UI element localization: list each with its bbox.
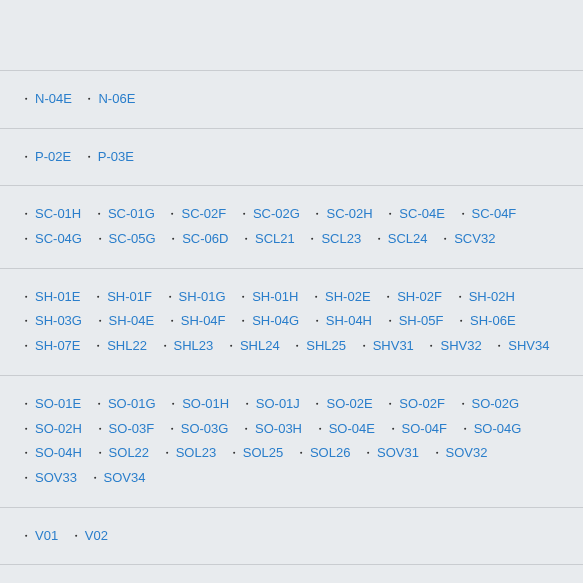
list-item: ・SCV32 <box>439 231 495 246</box>
model-link[interactable]: SO-04G <box>474 421 522 436</box>
list-item: ・SH-04E <box>94 313 155 328</box>
model-link[interactable]: SO-03F <box>109 421 155 436</box>
model-link[interactable]: SC-06D <box>182 231 228 246</box>
model-link[interactable]: SCV32 <box>454 231 495 246</box>
list-item: ・SC-01H <box>20 206 81 221</box>
model-link[interactable]: SO-03H <box>255 421 302 436</box>
model-link[interactable]: SH-01F <box>107 289 152 304</box>
model-link[interactable]: SO-01H <box>182 396 229 411</box>
bullet-icon: ・ <box>384 207 396 221</box>
model-group: ・V01 ・V02 <box>0 507 583 565</box>
bullet-icon: ・ <box>237 290 249 304</box>
model-link[interactable]: SO-04F <box>402 421 448 436</box>
model-link[interactable]: SOL25 <box>243 445 283 460</box>
bullet-icon: ・ <box>311 397 323 411</box>
model-link[interactable]: P-02E <box>35 149 71 164</box>
bullet-icon: ・ <box>240 232 252 246</box>
list-item: ・N-06E <box>83 91 135 106</box>
list-item: ・SH-02H <box>454 289 515 304</box>
list-item: ・SC-05G <box>94 231 156 246</box>
model-link[interactable]: SHL24 <box>240 338 280 353</box>
bullet-icon: ・ <box>20 207 32 221</box>
list-item: ・SC-06D <box>167 231 228 246</box>
model-link[interactable]: SH-02H <box>469 289 515 304</box>
bullet-icon: ・ <box>83 150 95 164</box>
list-item: ・P-03E <box>83 149 134 164</box>
model-group: ・SH-01E ・SH-01F ・SH-01G ・SH-01H ・SH-02E … <box>0 268 583 375</box>
model-link[interactable]: SO-04H <box>35 445 82 460</box>
model-link[interactable]: SO-01J <box>256 396 300 411</box>
model-link[interactable]: SC-02F <box>181 206 226 221</box>
model-link[interactable]: SC-02G <box>253 206 300 221</box>
model-link[interactable]: SC-04G <box>35 231 82 246</box>
bullet-icon: ・ <box>164 290 176 304</box>
model-link[interactable]: SCL23 <box>321 231 361 246</box>
model-link[interactable]: SH-02E <box>325 289 371 304</box>
model-link[interactable]: SOL23 <box>176 445 216 460</box>
model-link[interactable]: SOL22 <box>109 445 149 460</box>
model-link[interactable]: SO-04E <box>329 421 375 436</box>
model-link[interactable]: SHL22 <box>107 338 147 353</box>
model-link[interactable]: N-06E <box>98 91 135 106</box>
model-link[interactable]: SH-03G <box>35 313 82 328</box>
model-link[interactable]: SH-04E <box>109 313 155 328</box>
list-item: ・SH-01F <box>92 289 152 304</box>
model-link[interactable]: SO-02E <box>326 396 372 411</box>
bullet-icon: ・ <box>20 471 32 485</box>
model-link[interactable]: V01 <box>35 528 58 543</box>
model-link[interactable]: SH-04F <box>181 313 226 328</box>
model-link[interactable]: N-04E <box>35 91 72 106</box>
model-link[interactable]: SH-05F <box>399 313 444 328</box>
list-item: ・SO-01E <box>20 396 81 411</box>
model-link[interactable]: SO-02F <box>399 396 445 411</box>
bullet-icon: ・ <box>20 529 32 543</box>
model-link[interactable]: SO-03G <box>181 421 229 436</box>
bullet-icon: ・ <box>238 207 250 221</box>
model-link[interactable]: SC-04F <box>472 206 517 221</box>
model-link[interactable]: SCL24 <box>388 231 428 246</box>
model-link[interactable]: SH-06E <box>470 313 516 328</box>
model-link[interactable]: SCL21 <box>255 231 295 246</box>
model-link[interactable]: SH-01E <box>35 289 81 304</box>
model-link[interactable]: SO-01E <box>35 396 81 411</box>
model-link[interactable]: SH-04H <box>326 313 372 328</box>
model-link[interactable]: SHV34 <box>508 338 549 353</box>
model-link[interactable]: SHL23 <box>174 338 214 353</box>
model-link[interactable]: SC-01H <box>35 206 81 221</box>
bullet-icon: ・ <box>362 446 374 460</box>
model-link[interactable]: SC-04E <box>399 206 445 221</box>
list-item: ・SH-04H <box>311 313 372 328</box>
model-link[interactable]: SOV33 <box>35 470 77 485</box>
model-group: ・SC-01H ・SC-01G ・SC-02F ・SC-02G ・SC-02H … <box>0 185 583 267</box>
model-link[interactable]: SOV34 <box>104 470 146 485</box>
model-link[interactable]: SHV31 <box>373 338 414 353</box>
model-link[interactable]: P-03E <box>98 149 134 164</box>
model-link[interactable]: SO-01G <box>108 396 156 411</box>
model-link[interactable]: SO-02G <box>472 396 520 411</box>
model-link[interactable]: SH-01H <box>252 289 298 304</box>
model-link[interactable]: SH-04G <box>252 313 299 328</box>
list-item: ・SOL22 <box>94 445 149 460</box>
model-link[interactable]: SOL26 <box>310 445 350 460</box>
bullet-icon: ・ <box>93 397 105 411</box>
bullet-icon: ・ <box>20 397 32 411</box>
model-link[interactable]: V02 <box>85 528 108 543</box>
model-link[interactable]: SOV31 <box>377 445 419 460</box>
list-item: ・SHV32 <box>425 338 481 353</box>
model-link[interactable]: SC-01G <box>108 206 155 221</box>
bullet-icon: ・ <box>20 92 32 106</box>
list-item: ・SHL23 <box>159 338 214 353</box>
model-link[interactable]: SC-02H <box>326 206 372 221</box>
model-link[interactable]: SOV32 <box>446 445 488 460</box>
list-item: ・SO-03H <box>240 421 302 436</box>
model-link[interactable]: SHL25 <box>306 338 346 353</box>
bullet-icon: ・ <box>295 446 307 460</box>
bullet-icon: ・ <box>94 422 106 436</box>
bullet-icon: ・ <box>459 422 471 436</box>
model-link[interactable]: SO-02H <box>35 421 82 436</box>
model-link[interactable]: SH-07E <box>35 338 81 353</box>
model-link[interactable]: SH-01G <box>179 289 226 304</box>
model-link[interactable]: SH-02F <box>397 289 442 304</box>
model-link[interactable]: SC-05G <box>109 231 156 246</box>
model-link[interactable]: SHV32 <box>440 338 481 353</box>
